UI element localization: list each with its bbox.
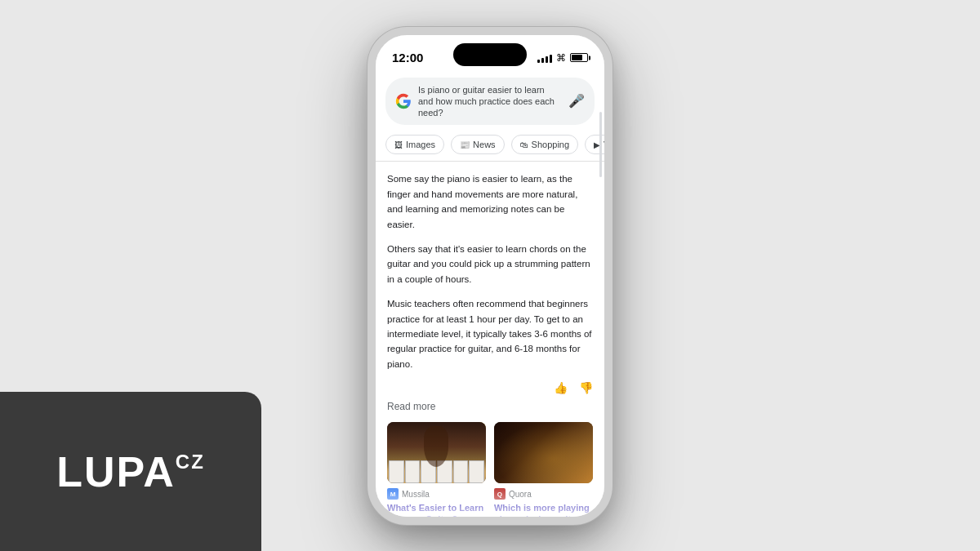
battery-fill [572, 55, 582, 60]
signal-bar-1 [537, 60, 540, 63]
guitar-silhouette [424, 426, 448, 467]
status-icons: ⌘ [537, 52, 588, 64]
google-logo [395, 93, 412, 109]
scrollbar [599, 112, 602, 177]
thumbs-down-icon[interactable]: 👎 [579, 381, 593, 394]
thumbs-up-icon[interactable]: 👍 [554, 381, 568, 394]
phone-screen: Is piano or guitar easier to learn and h… [376, 71, 604, 517]
read-more-link[interactable]: Read more [387, 401, 593, 412]
feedback-icons: 👍 👎 [387, 381, 593, 394]
ai-paragraph-3: Music teachers often recommend that begi… [387, 296, 593, 371]
lupa-main-text: LUPA [56, 447, 176, 496]
ai-paragraph-2: Others say that it's easier to learn cho… [387, 242, 593, 287]
lupa-suffix: cz [176, 451, 205, 473]
ai-paragraph-1: Some say the piano is easier to learn, a… [387, 171, 593, 232]
signal-bar-3 [546, 56, 548, 63]
search-query[interactable]: Is piano or guitar easier to learn and h… [418, 84, 562, 119]
lupa-logo: LUPAcz [56, 447, 205, 496]
article-image-1 [387, 422, 486, 483]
news-tab-icon: 📰 [460, 140, 470, 149]
shopping-tab-label: Shopping [532, 140, 570, 149]
phone-frame: 12:00 ⌘ [368, 27, 612, 525]
search-bar[interactable]: Is piano or guitar easier to learn and h… [385, 78, 595, 126]
article-image-2 [494, 422, 593, 483]
shopping-tab-icon: 🛍 [520, 140, 528, 149]
ai-answer: Some say the piano is easier to learn, a… [387, 171, 593, 371]
tab-images[interactable]: 🖼 Images [385, 135, 444, 154]
signal-bar-4 [550, 55, 552, 63]
signal-icon [537, 53, 552, 63]
images-tab-label: Images [406, 140, 435, 149]
battery-icon [570, 53, 588, 62]
bottom-fade [376, 484, 604, 517]
microphone-icon[interactable]: 🎤 [568, 93, 585, 109]
volume-button [368, 153, 368, 202]
status-bar: 12:00 ⌘ [376, 35, 604, 71]
images-tab-icon: 🖼 [394, 140, 403, 149]
dynamic-island [453, 43, 527, 66]
signal-bar-2 [541, 58, 544, 63]
video-tab-label: Vide… [604, 140, 604, 149]
content-area: Some say the piano is easier to learn, a… [376, 162, 604, 516]
lupa-logo-area: LUPAcz [0, 392, 261, 551]
filter-tabs: 🖼 Images 📰 News 🛍 Shopping ▶ Vide… [376, 131, 604, 162]
phone-wrapper: 12:00 ⌘ [368, 27, 612, 525]
status-time: 12:00 [392, 51, 423, 64]
news-tab-label: News [473, 140, 496, 149]
tab-shopping[interactable]: 🛍 Shopping [511, 135, 579, 154]
wifi-icon: ⌘ [556, 52, 566, 64]
power-button [612, 133, 612, 194]
tab-news[interactable]: 📰 News [451, 135, 505, 154]
